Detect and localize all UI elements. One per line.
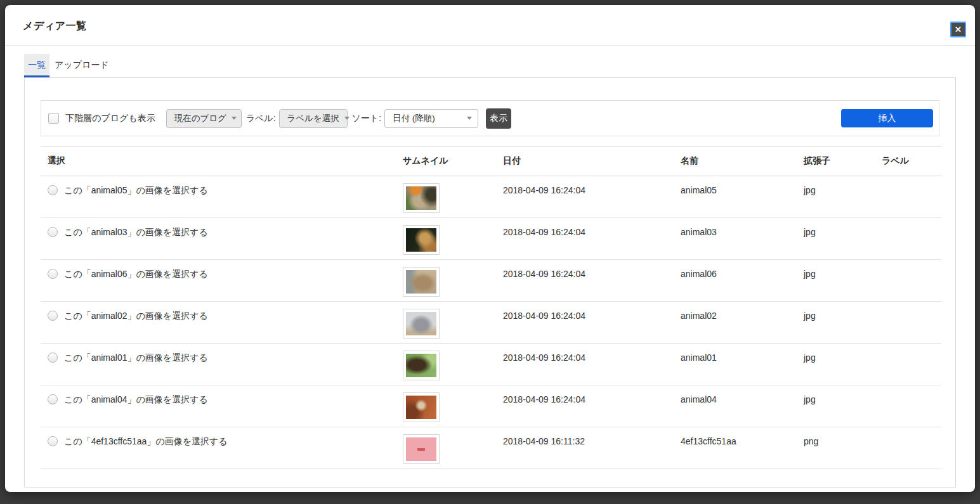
asset-name: animal01 <box>674 344 797 385</box>
asset-thumbnail[interactable] <box>403 434 440 464</box>
asset-extension: jpg <box>797 176 875 218</box>
tab-bar: 一覧 アップロード <box>24 54 956 77</box>
asset-extension: jpg <box>797 260 875 302</box>
sort-select-value: 日付 (降順) <box>393 113 435 124</box>
asset-date: 2018-04-09 16:24:04 <box>496 176 674 218</box>
asset-label <box>875 427 941 469</box>
thumbnail-image <box>406 228 436 252</box>
asset-label <box>875 302 941 344</box>
column-header-name: 名前 <box>674 146 797 176</box>
asset-date: 2018-04-09 16:11:32 <box>496 427 674 469</box>
asset-name: animal05 <box>674 176 797 218</box>
asset-label <box>875 218 941 260</box>
asset-name: animal06 <box>674 260 797 302</box>
table-row: この「4ef13cffc51aa」の画像を選択する 2018-04-09 16:… <box>41 427 941 469</box>
close-button[interactable]: ✕ <box>950 22 966 37</box>
table-row: この「animal02」の画像を選択する 2018-04-09 16:24:04… <box>41 302 941 344</box>
asset-thumbnail[interactable] <box>403 225 440 255</box>
asset-label <box>875 176 941 218</box>
table-row: この「animal06」の画像を選択する 2018-04-09 16:24:04… <box>41 260 941 302</box>
asset-date: 2018-04-09 16:24:04 <box>496 218 674 260</box>
column-header-date: 日付 <box>496 146 674 176</box>
select-asset-radio[interactable] <box>48 352 58 363</box>
select-asset-radio[interactable] <box>48 394 58 404</box>
close-icon: ✕ <box>955 25 962 34</box>
media-list-dialog: メディア一覧 ✕ 一覧 アップロード 下階層のブログも表示 現在のブログ ラベル… <box>5 5 975 492</box>
table-row: この「animal04」の画像を選択する 2018-04-09 16:24:04… <box>41 385 941 427</box>
show-child-blogs-label[interactable]: 下階層のブログも表示 <box>65 113 155 124</box>
asset-thumbnail[interactable] <box>403 183 440 213</box>
select-asset-radio[interactable] <box>48 269 58 279</box>
table-header-row: 選択 サムネイル 日付 名前 拡張子 ラベル <box>41 146 941 176</box>
thumbnail-image <box>406 186 436 210</box>
select-asset-label[interactable]: この「animal01」の画像を選択する <box>64 352 208 363</box>
select-asset-radio[interactable] <box>48 311 58 321</box>
select-asset-radio[interactable] <box>48 227 58 237</box>
tab-list[interactable]: 一覧 <box>24 54 49 77</box>
asset-label <box>875 385 941 427</box>
select-asset-label[interactable]: この「animal02」の画像を選択する <box>64 311 208 321</box>
select-asset-radio[interactable] <box>48 185 58 195</box>
column-header-select: 選択 <box>41 146 403 176</box>
blog-scope-select[interactable]: 現在のブログ <box>166 109 242 128</box>
asset-date: 2018-04-09 16:24:04 <box>496 260 674 302</box>
asset-thumbnail[interactable] <box>403 309 440 339</box>
asset-extension: jpg <box>797 385 875 427</box>
select-asset-label[interactable]: この「animal04」の画像を選択する <box>64 394 208 404</box>
label-select[interactable]: ラベルを選択 <box>279 109 348 128</box>
label-caption: ラベル: <box>246 113 276 124</box>
list-panel: 下階層のブログも表示 現在のブログ ラベル: ラベルを選択 ソート: 日付 (降… <box>24 77 956 488</box>
chevron-down-icon <box>344 117 350 120</box>
column-header-thumbnail: サムネイル <box>403 146 496 176</box>
sort-caption: ソート: <box>352 113 382 124</box>
table-row: この「animal03」の画像を選択する 2018-04-09 16:24:04… <box>41 218 941 260</box>
select-asset-label[interactable]: この「animal05」の画像を選択する <box>64 185 208 195</box>
select-asset-radio[interactable] <box>48 436 58 446</box>
table-row: この「animal01」の画像を選択する 2018-04-09 16:24:04… <box>41 344 941 385</box>
select-asset-label[interactable]: この「4ef13cffc51aa」の画像を選択する <box>64 436 228 446</box>
asset-label <box>875 260 941 302</box>
apply-filter-button[interactable]: 表示 <box>486 108 511 129</box>
thumbnail-image <box>406 354 436 377</box>
asset-thumbnail[interactable] <box>403 392 440 422</box>
asset-date: 2018-04-09 16:24:04 <box>496 302 674 344</box>
asset-extension: jpg <box>797 344 875 385</box>
blog-scope-value: 現在のブログ <box>174 113 226 124</box>
insert-button[interactable]: 挿入 <box>841 109 933 127</box>
show-child-blogs-checkbox[interactable] <box>48 113 59 124</box>
asset-label <box>875 344 941 385</box>
chevron-down-icon <box>467 117 472 120</box>
select-asset-label[interactable]: この「animal06」の画像を選択する <box>64 269 208 279</box>
dialog-body: 一覧 アップロード 下階層のブログも表示 現在のブログ ラベル: ラベルを選択 … <box>5 46 975 488</box>
column-header-extension: 拡張子 <box>797 146 875 176</box>
asset-name: animal03 <box>674 218 797 260</box>
tab-upload[interactable]: アップロード <box>51 54 113 77</box>
dialog-title: メディア一覧 <box>23 20 87 33</box>
column-header-label: ラベル <box>875 146 941 176</box>
asset-extension: png <box>797 427 875 469</box>
filter-bar: 下階層のブログも表示 現在のブログ ラベル: ラベルを選択 ソート: 日付 (降… <box>41 100 939 136</box>
asset-thumbnail[interactable] <box>403 351 440 380</box>
asset-date: 2018-04-09 16:24:04 <box>496 344 674 385</box>
dialog-header: メディア一覧 ✕ <box>5 5 975 46</box>
asset-date: 2018-04-09 16:24:04 <box>496 385 674 427</box>
select-asset-label[interactable]: この「animal03」の画像を選択する <box>64 227 208 237</box>
table-row: この「animal05」の画像を選択する 2018-04-09 16:24:04… <box>41 176 941 218</box>
asset-name: animal02 <box>674 302 797 344</box>
asset-thumbnail[interactable] <box>403 267 440 297</box>
chevron-down-icon <box>232 117 237 120</box>
dialog-overlay: { "dialog": { "title": "メディア一覧", "close_… <box>0 0 980 504</box>
asset-name: 4ef13cffc51aa <box>674 427 797 469</box>
thumbnail-image <box>406 312 436 335</box>
sort-select[interactable]: 日付 (降順) <box>384 109 478 128</box>
thumbnail-image <box>406 396 436 419</box>
thumbnail-image <box>406 270 436 294</box>
asset-extension: jpg <box>797 218 875 260</box>
asset-name: animal04 <box>674 385 797 427</box>
label-select-value: ラベルを選択 <box>287 113 339 124</box>
asset-extension: jpg <box>797 302 875 344</box>
asset-table: 選択 サムネイル 日付 名前 拡張子 ラベル この「animal05」の画像を選… <box>41 146 941 469</box>
thumbnail-image <box>406 437 436 461</box>
